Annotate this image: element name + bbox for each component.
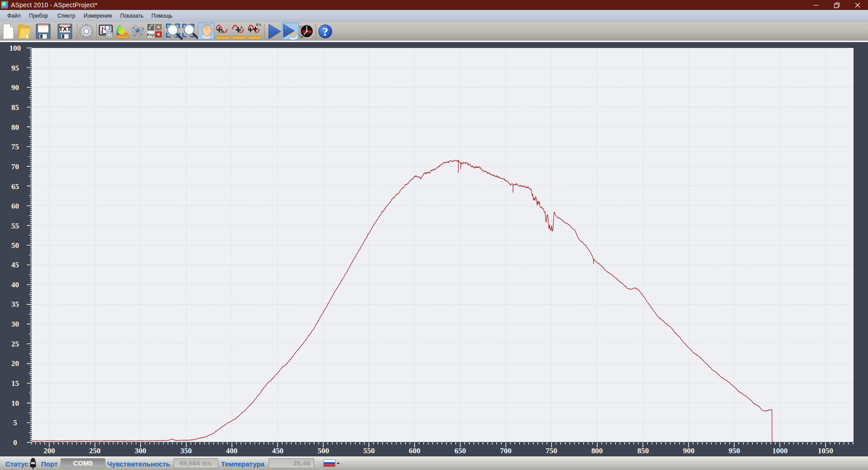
svg-text:10: 10 <box>11 399 19 408</box>
svg-text:550: 550 <box>363 446 374 455</box>
svg-text:800: 800 <box>591 446 603 455</box>
svg-text:45: 45 <box>11 261 19 269</box>
svg-text:65: 65 <box>11 182 19 191</box>
svg-text:30: 30 <box>11 320 19 328</box>
svg-text:650: 650 <box>454 446 466 455</box>
svg-text:25: 25 <box>11 340 19 348</box>
svg-text:850: 850 <box>637 446 649 455</box>
svg-text:0: 0 <box>13 438 17 447</box>
svg-text:1 2: 1 2 <box>104 25 111 31</box>
svg-text:TXT: TXT <box>59 25 71 33</box>
svg-text:70: 70 <box>11 162 19 171</box>
svg-text:35: 35 <box>11 300 19 309</box>
svg-text:75: 75 <box>11 142 19 151</box>
svg-text:n: n <box>221 30 223 34</box>
svg-text:90: 90 <box>11 83 19 92</box>
svg-text:20: 20 <box>11 359 19 368</box>
svg-text:15: 15 <box>11 379 19 388</box>
svg-text:950: 950 <box>729 446 740 455</box>
svg-text:900: 900 <box>683 446 694 455</box>
svg-text:300: 300 <box>135 446 146 455</box>
svg-text:80: 80 <box>11 123 19 132</box>
svg-text:450: 450 <box>272 446 283 455</box>
svg-text:60: 60 <box>11 202 19 210</box>
svg-text:Exp: Exp <box>147 33 155 37</box>
svg-text:200: 200 <box>43 446 55 455</box>
svg-text:400: 400 <box>226 446 237 455</box>
svg-text:750: 750 <box>546 446 557 455</box>
svg-text:350: 350 <box>180 446 192 455</box>
svg-text:55: 55 <box>11 222 19 230</box>
svg-text:40: 40 <box>11 280 19 289</box>
svg-text:λ¼: λ¼ <box>256 23 261 27</box>
svg-text:1050: 1050 <box>818 446 833 455</box>
svg-text:?: ? <box>322 26 328 38</box>
svg-text:600: 600 <box>409 446 420 455</box>
svg-text:50: 50 <box>11 242 19 250</box>
svg-text:100: 100 <box>9 44 21 52</box>
svg-text:1000: 1000 <box>772 446 788 455</box>
svg-text:85: 85 <box>11 103 19 112</box>
svg-text:λ: λ <box>241 25 243 29</box>
svg-text:5: 5 <box>13 418 17 427</box>
svg-text:95: 95 <box>11 64 19 72</box>
svg-text:500: 500 <box>318 446 329 455</box>
svg-text:700: 700 <box>500 446 511 455</box>
svg-text:250: 250 <box>89 446 100 455</box>
